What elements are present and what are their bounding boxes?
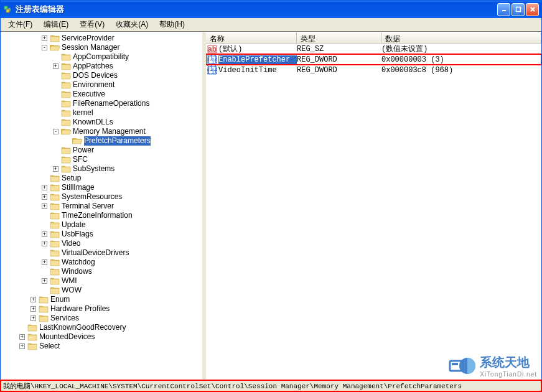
tree-label: Watchdog [62,258,95,267]
folder-icon [50,258,60,266]
tree-label: Environment [73,80,114,90]
tree-node-hardware-profiles[interactable]: +Hardware Profiles [4,304,202,314]
tree-node-environment[interactable]: Environment [4,80,202,90]
tree-toggle[interactable]: + [30,297,36,302]
tree-node-sfc[interactable]: SFC [4,155,202,164]
menu-help[interactable]: 帮助(H) [154,18,190,31]
tree-node-executive[interactable]: Executive [4,90,202,99]
tree-toggle[interactable]: + [42,278,47,284]
tree-node-filerenameoperations[interactable]: FileRenameOperations [4,99,202,108]
tree-node-knowndlls[interactable]: KnownDLLs [4,118,202,127]
list-body[interactable]: ab(默认)REG_SZ(数值未设置)011110EnablePrefetche… [206,44,541,380]
maximize-button[interactable] [512,3,525,16]
tree-toggle[interactable]: - [53,129,58,134]
tree-node-timezoneinformation[interactable]: TimeZoneInformation [4,211,202,220]
tree-node-lastknowngoodrecovery[interactable]: LastKnownGoodRecovery [4,323,202,332]
folder-open-icon [61,128,71,136]
tree-node-memory-management[interactable]: -Memory Management [4,127,202,136]
tree-toggle[interactable]: + [42,35,47,41]
tree-node-apppatches[interactable]: +AppPatches [4,62,202,71]
col-data[interactable]: 数据 [381,32,541,43]
tree-label: StillImage [62,183,95,192]
svg-text:110: 110 [207,57,217,65]
tree-pane[interactable]: +ServiceProvider-Session ManagerAppCompa… [1,32,203,380]
value-data: 0x00000003 (3) [381,55,541,64]
tree-toggle[interactable]: - [42,45,47,50]
tree-node-wmi[interactable]: +WMI [4,276,202,286]
tree-label: MountedDevices [39,332,95,342]
tree-toggle[interactable]: + [53,63,58,69]
tree-node-usbflags[interactable]: +UsbFlags [4,230,202,239]
tree-toggle[interactable]: + [53,166,58,172]
tree-node-session-manager[interactable]: -Session Manager [4,43,202,52]
tree-node-kernel[interactable]: kernel [4,108,202,118]
folder-icon [39,314,49,322]
tree-label: kernel [73,108,93,118]
tree-toggle[interactable]: + [19,343,25,349]
folder-icon [61,100,71,108]
tree-node-systemresources[interactable]: +SystemResources [4,192,202,202]
tree-node-wow[interactable]: WOW [4,286,202,295]
tree-label: SubSystems [73,164,114,174]
folder-icon [61,165,71,173]
tree-node-windows[interactable]: Windows [4,267,202,276]
menu-favorites[interactable]: 收藏夹(A) [111,18,153,31]
tree-label: Power [73,146,94,155]
folder-icon [61,72,71,80]
value-row[interactable]: ab(默认)REG_SZ(数值未设置) [206,44,541,54]
menu-view[interactable]: 查看(V) [75,18,110,31]
minimize-button[interactable] [497,3,510,16]
tree-toggle[interactable]: + [42,185,47,190]
tree-node-subsystems[interactable]: +SubSystems [4,164,202,174]
value-row[interactable]: 011110VideoInitTimeREG_DWORD0x000003c8 (… [206,65,541,75]
folder-icon [50,277,60,285]
tree-toggle[interactable]: + [42,231,47,237]
tree-node-stillimage[interactable]: +StillImage [4,183,202,192]
tree-node-power[interactable]: Power [4,146,202,155]
value-row[interactable]: 011110EnablePrefetcherREG_DWORD0x0000000… [206,54,541,65]
col-name[interactable]: 名称 [206,32,297,43]
tree-toggle[interactable]: + [19,334,25,340]
tree-node-mounteddevices[interactable]: +MountedDevices [4,332,202,342]
tree-label: Services [50,314,79,323]
tree-label: UsbFlags [62,230,93,239]
menu-bar: 文件(F) 编辑(E) 查看(V) 收藏夹(A) 帮助(H) [1,18,541,32]
tree-label: Update [62,220,86,230]
tree-node-services[interactable]: +Services [4,314,202,323]
tree-toggle[interactable]: + [42,259,47,265]
tree-label: TimeZoneInformation [62,211,133,220]
tree-node-watchdog[interactable]: +Watchdog [4,258,202,267]
list-header: 名称 类型 数据 [206,32,541,44]
title-bar[interactable]: 注册表编辑器 [1,1,541,18]
col-type[interactable]: 类型 [297,32,381,43]
menu-file[interactable]: 文件(F) [3,18,37,31]
tree-node-appcompatibility[interactable]: AppCompatibility [4,52,202,62]
folder-icon [27,324,37,332]
tree-toggle[interactable]: + [42,203,47,209]
tree-label: WMI [62,276,77,286]
tree-node-prefetchparameters[interactable]: PrefetchParameters [4,136,202,146]
tree-label: Select [39,342,60,351]
tree-node-virtualdevicedrivers[interactable]: VirtualDeviceDrivers [4,248,202,258]
tree-node-select[interactable]: +Select [4,342,202,351]
value-data: 0x000003c8 (968) [381,66,541,75]
folder-icon [61,81,71,89]
tree-toggle[interactable]: + [42,241,47,246]
folder-icon [50,240,60,248]
tree-toggle[interactable]: + [30,306,36,312]
tree-node-update[interactable]: Update [4,220,202,230]
tree-node-serviceprovider[interactable]: +ServiceProvider [4,34,202,43]
tree-node-enum[interactable]: +Enum [4,295,202,304]
tree-node-video[interactable]: +Video [4,239,202,248]
menu-edit[interactable]: 编辑(E) [39,18,73,31]
folder-icon [39,296,49,304]
dword-value-icon: 011110 [207,65,217,75]
value-name: EnablePrefetcher [218,55,297,64]
tree-node-terminal-server[interactable]: +Terminal Server [4,202,202,211]
close-button[interactable] [526,3,539,16]
tree-node-setup[interactable]: Setup [4,174,202,183]
tree-label: AppCompatibility [73,52,129,62]
tree-toggle[interactable]: + [30,315,36,321]
tree-toggle[interactable]: + [42,194,47,200]
tree-node-dos-devices[interactable]: DOS Devices [4,71,202,80]
